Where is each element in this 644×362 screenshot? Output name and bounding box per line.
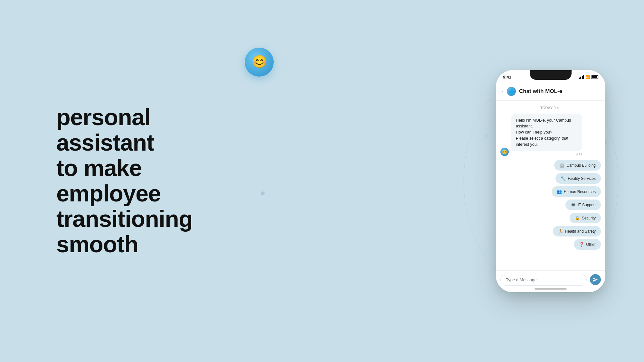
message-input[interactable] bbox=[500, 274, 587, 286]
deco-dot bbox=[261, 191, 265, 195]
phone-screen: 9:41 📶 ‹ 🌐 bbox=[496, 70, 605, 292]
human-resources-icon: 👥 bbox=[557, 189, 562, 194]
human-resources-label: Human Resources bbox=[564, 190, 596, 194]
bot-header-avatar: 🌐 bbox=[507, 87, 516, 96]
battery-icon bbox=[591, 75, 598, 79]
status-time: 9:41 bbox=[503, 75, 511, 79]
phone-notch bbox=[530, 70, 572, 80]
phone-mockup: 9:41 📶 ‹ 🌐 bbox=[496, 70, 605, 292]
facility-services-icon: 🔧 bbox=[561, 176, 566, 181]
it-support-icon: 💻 bbox=[571, 202, 576, 207]
hero-heading: personal assistant to make employee tran… bbox=[56, 105, 250, 257]
category-button-campus-building[interactable]: 🏢 Campus Building bbox=[554, 160, 601, 171]
category-buttons-list: 🏢 Campus Building 🔧 Facility Services 👥 … bbox=[500, 160, 601, 250]
chat-title: Chat with MOL-e bbox=[519, 88, 562, 95]
bot-message-avatar bbox=[500, 148, 509, 156]
campus-building-label: Campus Building bbox=[566, 163, 596, 168]
phone-shell: 9:41 📶 ‹ 🌐 bbox=[496, 70, 605, 292]
campus-building-icon: 🏢 bbox=[559, 163, 564, 168]
facility-services-label: Facility Services bbox=[568, 176, 596, 181]
security-icon: 🔒 bbox=[575, 216, 580, 220]
mascot-face-emoji: 😊 bbox=[252, 55, 267, 68]
health-safety-label: Health and Safety bbox=[565, 229, 596, 234]
svg-point-4 bbox=[476, 219, 478, 221]
other-icon: ❓ bbox=[579, 242, 584, 247]
category-button-other[interactable]: ❓ Other bbox=[574, 239, 601, 250]
it-support-label: IT Support bbox=[578, 203, 596, 207]
category-button-human-resources[interactable]: 👥 Human Resources bbox=[552, 186, 601, 197]
send-icon bbox=[593, 277, 598, 282]
category-button-health-safety[interactable]: 🏃 Health and Safety bbox=[553, 226, 601, 237]
category-button-security[interactable]: 🔒 Security bbox=[570, 213, 601, 223]
date-label: TODAY 9:41 bbox=[500, 106, 601, 110]
category-button-it-support[interactable]: 💻 IT Support bbox=[565, 200, 601, 210]
mascot-avatar: 😊 bbox=[245, 48, 274, 77]
status-icons: 📶 bbox=[579, 75, 599, 79]
bot-message-row: Hello I'm MOL-e, your Campus assistant.H… bbox=[500, 114, 601, 156]
send-button[interactable] bbox=[590, 274, 601, 285]
other-label: Other bbox=[586, 242, 596, 247]
security-label: Security bbox=[582, 216, 596, 220]
category-button-facility-services[interactable]: 🔧 Facility Services bbox=[555, 173, 601, 184]
health-safety-icon: 🏃 bbox=[558, 229, 563, 234]
svg-point-2 bbox=[485, 135, 488, 138]
hero-section: personal assistant to make employee tran… bbox=[56, 105, 250, 257]
signal-icon bbox=[579, 75, 584, 79]
message-time: 9:41 bbox=[511, 153, 582, 156]
back-button[interactable]: ‹ bbox=[502, 88, 504, 95]
chat-body: TODAY 9:41 Hello I'm MOL-e, your Campus … bbox=[496, 101, 605, 270]
bot-message-bubble: Hello I'm MOL-e, your Campus assistant.H… bbox=[511, 114, 582, 152]
bot-message-text: Hello I'm MOL-e, your Campus assistant.H… bbox=[516, 118, 571, 147]
home-indicator bbox=[535, 288, 567, 290]
wifi-icon: 📶 bbox=[585, 75, 590, 79]
